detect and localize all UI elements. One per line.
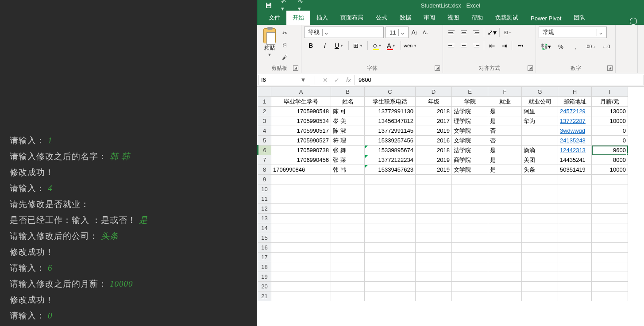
dialog-launch-icon[interactable]: ◢ [435, 65, 440, 71]
row-header[interactable]: 17 [258, 253, 271, 262]
column-header-A[interactable]: A [271, 87, 331, 97]
dialog-launch-icon[interactable]: ◢ [528, 65, 533, 71]
cell[interactable] [558, 214, 592, 223]
orientation-button[interactable]: ⤢▾ [486, 27, 497, 38]
column-header-G[interactable]: G [522, 87, 558, 97]
column-header-H[interactable]: H [558, 87, 592, 97]
row-header[interactable]: 11 [258, 194, 271, 204]
cell[interactable] [331, 194, 365, 204]
dialog-launch-icon[interactable]: ◢ [607, 65, 613, 71]
cell[interactable] [365, 272, 416, 282]
cell[interactable]: 2017 [416, 116, 452, 126]
header-cell[interactable]: 年级 [416, 97, 452, 107]
cell[interactable] [331, 223, 365, 233]
cell[interactable] [488, 214, 522, 223]
cell[interactable] [488, 282, 522, 291]
cell[interactable] [331, 233, 365, 243]
tab-team[interactable]: 团队 [567, 11, 591, 25]
cell[interactable] [331, 262, 365, 272]
tab-layout[interactable]: 页面布局 [334, 11, 370, 25]
header-cell[interactable]: 就业公司 [522, 97, 558, 107]
cell[interactable] [522, 233, 558, 243]
cell[interactable] [522, 243, 558, 253]
cell[interactable] [331, 184, 365, 194]
cell[interactable]: 是 [488, 107, 522, 116]
increase-font-icon[interactable]: A↑ [410, 27, 419, 38]
cell[interactable]: 13772122234 [365, 155, 416, 165]
number-format-combo[interactable]: 常规⌄ [539, 27, 607, 38]
cell[interactable]: 15339457623 [365, 165, 416, 175]
cell[interactable] [558, 253, 592, 262]
cell[interactable] [271, 291, 331, 301]
cell[interactable] [416, 262, 452, 272]
copy-icon[interactable]: ⎘ [280, 41, 289, 49]
cell[interactable]: 法学院 [452, 146, 488, 155]
cell[interactable] [522, 136, 558, 146]
cell[interactable] [592, 175, 628, 184]
cell[interactable] [488, 175, 522, 184]
cell[interactable] [488, 233, 522, 243]
cell[interactable]: 10000 [592, 165, 628, 175]
row-header[interactable]: 18 [258, 262, 271, 272]
cell[interactable]: 法学院 [452, 107, 488, 116]
cell[interactable]: 2018 [416, 107, 452, 116]
header-cell[interactable]: 学院 [452, 97, 488, 107]
merge-center-button[interactable]: ⬌▾ [514, 40, 527, 51]
align-center-button[interactable] [458, 40, 470, 51]
header-cell[interactable]: 月薪/元 [592, 97, 628, 107]
underline-button[interactable]: U▼ [332, 40, 346, 51]
cell[interactable] [592, 253, 628, 262]
cell[interactable] [488, 194, 522, 204]
cell[interactable] [331, 175, 365, 184]
cell[interactable] [488, 253, 522, 262]
tab-insert[interactable]: 插入 [310, 11, 334, 25]
row-header[interactable]: 6 [258, 146, 271, 155]
cell[interactable] [452, 262, 488, 272]
cell[interactable] [452, 184, 488, 194]
cell[interactable] [452, 253, 488, 262]
cell[interactable] [522, 282, 558, 291]
cell[interactable] [271, 175, 331, 184]
cell[interactable]: 阿里 [522, 107, 558, 116]
cell[interactable] [592, 194, 628, 204]
cell[interactable] [558, 204, 592, 214]
header-cell[interactable]: 就业 [488, 97, 522, 107]
cell[interactable] [416, 194, 452, 204]
row-header[interactable]: 2 [258, 107, 271, 116]
cell[interactable]: 是 [488, 116, 522, 126]
cell[interactable] [452, 272, 488, 282]
tab-powerpivot[interactable]: Power Pivot [524, 12, 567, 25]
cell[interactable]: 2019 [416, 155, 452, 165]
cell-selected[interactable]: 9600 [592, 146, 628, 155]
cell[interactable] [592, 282, 628, 291]
wrap-text-button[interactable]: ◱→ [501, 27, 515, 38]
cell[interactable] [271, 184, 331, 194]
cell[interactable] [416, 272, 452, 282]
format-painter-icon[interactable]: 🖌 [280, 53, 289, 61]
cell[interactable]: 符 理 [331, 136, 365, 146]
cell[interactable] [365, 262, 416, 272]
cell[interactable] [365, 175, 416, 184]
cell[interactable]: 0 [592, 126, 628, 136]
row-header[interactable]: 15 [258, 233, 271, 243]
font-name-combo[interactable]: 等线⌄ [304, 27, 384, 38]
cell[interactable]: 3wdwwqd [558, 126, 592, 136]
align-right-button[interactable] [470, 40, 482, 51]
cell[interactable] [592, 204, 628, 214]
fx-icon[interactable]: fx [346, 77, 351, 84]
cell[interactable] [488, 272, 522, 282]
cell[interactable]: 张 舞 [331, 146, 365, 155]
cell[interactable] [271, 233, 331, 243]
formula-input[interactable]: 9600 [355, 75, 644, 85]
worksheet-grid[interactable]: ABCDEFGHI1毕业学生学号姓名学生联系电话年级学院就业就业公司邮箱地址月薪… [257, 87, 644, 326]
cell[interactable] [522, 272, 558, 282]
cell[interactable] [271, 243, 331, 253]
cell[interactable] [452, 233, 488, 243]
increase-decimal-button[interactable]: .00→ [584, 41, 598, 52]
bold-button[interactable]: B [304, 40, 317, 51]
cell[interactable] [416, 291, 452, 301]
cell[interactable]: 24572129 [558, 107, 592, 116]
undo-icon[interactable]: ↶ ▾ [281, 1, 290, 9]
cell[interactable] [592, 291, 628, 301]
cell[interactable] [271, 272, 331, 282]
